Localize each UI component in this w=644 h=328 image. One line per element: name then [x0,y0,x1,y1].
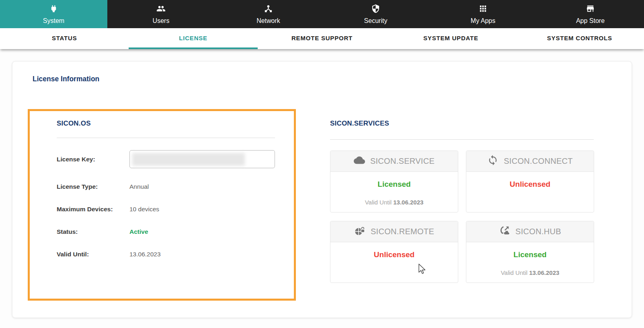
tab-label: SYSTEM UPDATE [423,35,478,41]
topnav-item-app-store[interactable]: App Store [537,0,644,28]
tab-label: REMOTE SUPPORT [291,35,353,41]
status-value: Active [129,228,148,235]
service-card-sicon-hub: SICON.HUB Licensed Valid Until 13.06.202… [466,221,594,283]
divider [57,138,275,138]
topnav-label: My Apps [471,17,495,25]
maximum-devices-value: 10 devices [129,206,159,213]
topnav-item-my-apps[interactable]: My Apps [429,0,537,28]
valid-until-prefix: Valid Until [365,199,394,206]
license-information-card: License Information SICON.OS License Key… [12,61,632,318]
service-card-sicon-service: SICON.SERVICE Licensed Valid Until 13.06… [330,151,458,212]
service-card-name: SICON.REMOTE [371,227,434,236]
service-card-sicon-connect: SICON.CONNECT Unlicensed [466,151,594,212]
topnav-item-security[interactable]: Security [322,0,429,28]
service-card-header: SICON.CONNECT [466,151,594,172]
topnav-item-network[interactable]: Network [215,0,322,28]
divider [330,139,594,140]
page-title: License Information [33,75,99,83]
service-card-name: SICON.CONNECT [504,157,573,166]
shield-icon [371,4,380,15]
topnav-label: Security [364,17,388,25]
top-navigation: System Users Network Security My Apps Ap… [0,0,644,28]
users-icon [156,4,166,15]
cloud-icon [354,155,365,168]
service-card-status: Licensed [466,250,594,259]
valid-until-value: 13.06.2023 [129,251,161,258]
sicon-services-title: SICON.SERVICES [330,120,389,128]
topnav-label: System [43,17,64,25]
valid-until-prefix: Valid Until [501,269,529,276]
service-card-sicon-remote: SICON.REMOTE Unlicensed [330,221,458,283]
service-card-status: Unlicensed [466,180,594,189]
tab-label: STATUS [52,35,77,41]
store-icon [586,4,595,15]
valid-until-date: 13.06.2023 [529,269,559,276]
service-card-status: Unlicensed [330,250,458,259]
tab-label: LICENSE [179,35,207,41]
plug-icon [49,4,58,15]
status-label: Status: [57,228,78,235]
service-card-header: SICON.REMOTE [330,221,458,242]
valid-until-label: Valid Until: [57,251,89,258]
license-key-label: License Key: [57,156,95,163]
network-icon [264,4,273,15]
system-sub-navigation: STATUS LICENSE REMOTE SUPPORT SYSTEM UPD… [0,28,644,49]
tab-system-update[interactable]: SYSTEM UPDATE [386,28,515,49]
service-card-name: SICON.SERVICE [370,157,435,166]
topnav-item-system[interactable]: System [0,0,107,28]
tab-label: SYSTEM CONTROLS [547,35,612,41]
tab-system-controls[interactable]: SYSTEM CONTROLS [515,28,644,49]
maximum-devices-label: Maximum Devices: [57,206,113,213]
tab-remote-support[interactable]: REMOTE SUPPORT [258,28,386,49]
globe-lock-icon [354,225,365,238]
topnav-label: Users [153,17,170,25]
license-type-label: License Type: [57,183,98,190]
valid-until-date: 13.06.2023 [393,199,423,206]
service-card-valid-until: Valid Until 13.06.2023 [466,269,594,276]
topnav-label: Network [256,17,280,25]
service-card-name: SICON.HUB [515,227,561,236]
sync-icon [487,155,498,168]
service-card-header: SICON.HUB [466,221,594,242]
cloud-sync-icon [499,225,510,238]
tab-license[interactable]: LICENSE [129,28,257,49]
service-card-status: Licensed [330,180,458,189]
apps-grid-icon [478,4,488,15]
topnav-label: App Store [576,17,605,25]
sicon-os-title: SICON.OS [57,120,91,128]
license-type-value: Annual [129,183,149,190]
redacted-license-key [132,153,245,166]
tab-status[interactable]: STATUS [0,28,129,49]
service-card-header: SICON.SERVICE [330,151,458,172]
license-key-input[interactable] [129,150,275,168]
topnav-item-users[interactable]: Users [107,0,215,28]
service-card-valid-until: Valid Until 13.06.2023 [330,199,458,206]
